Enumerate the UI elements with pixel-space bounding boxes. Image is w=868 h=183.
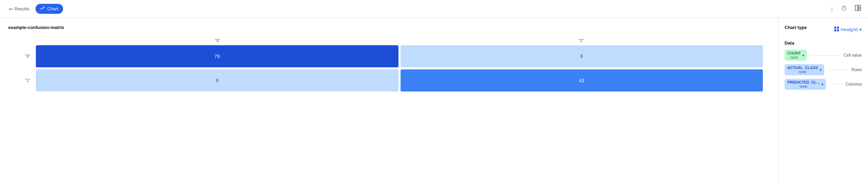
chart-title: example-confusion-matrix	[8, 25, 770, 30]
svg-rect-5	[834, 29, 836, 31]
heatgrid-container: "0" "1" "0" 79 8	[8, 38, 770, 92]
heatgrid-chevron: ▾	[859, 27, 862, 32]
divider	[828, 70, 848, 70]
download-icon: ↓	[830, 5, 834, 12]
cell-value-1-1: 43	[579, 78, 584, 83]
actual-badge-sub: none	[799, 70, 806, 74]
cell-1-1: 43	[401, 69, 763, 92]
results-label: Results	[14, 6, 29, 11]
cell-value-0-1: 8	[580, 54, 583, 59]
predicted-badge-sub: none	[800, 85, 807, 88]
data-section-title: Data	[785, 40, 862, 46]
divider	[810, 55, 840, 56]
table-row: "1" 8 43	[15, 69, 763, 92]
layout-button[interactable]	[854, 3, 862, 14]
count-badge-label: COUNTnone	[787, 51, 801, 59]
sidebar: Chart type Heatgrid ▾ Data COUNTnone	[778, 18, 868, 183]
row-label-0: "0"	[15, 54, 33, 59]
svg-rect-4	[837, 27, 839, 29]
top-bar: ↩ Results Chart ↓ ⏱	[0, 0, 868, 18]
columns-label: Columns	[846, 82, 862, 87]
actual-class-badge[interactable]: ACTUAL_CLASSnone ▾	[785, 64, 824, 75]
cell-1-0: 8	[36, 69, 398, 92]
cell-0-1: 8	[401, 45, 763, 67]
rows-label: Rows	[851, 67, 862, 72]
predicted-badge-label: PREDICTED_CL...none	[787, 80, 820, 88]
download-button[interactable]: ↓	[829, 4, 835, 14]
predicted-class-badge[interactable]: PREDICTED_CL...none ▾	[785, 79, 826, 90]
chart-type-row: Chart type Heatgrid ▾	[785, 25, 862, 34]
data-row-predicted: PREDICTED_CL...none ▾ Columns	[785, 79, 862, 90]
svg-rect-1	[858, 5, 861, 8]
chart-label: Chart	[47, 6, 58, 11]
cell-0-0: 79	[36, 45, 398, 67]
data-row-actual: ACTUAL_CLASSnone ▾ Rows	[785, 64, 862, 75]
svg-rect-3	[834, 27, 836, 29]
results-button[interactable]: ↩ Results	[6, 4, 33, 14]
cell-value-0-0: 79	[214, 54, 220, 59]
row-1-cells: 8 43	[36, 69, 763, 92]
count-chevron: ▾	[803, 54, 804, 57]
col-label-1: "1"	[400, 38, 763, 43]
svg-rect-0	[855, 5, 858, 11]
history-icon: ⏱	[841, 5, 847, 12]
heatgrid-label: Heatgrid	[841, 27, 858, 32]
top-bar-left: ↩ Results Chart	[6, 4, 63, 14]
chart-area: example-confusion-matrix "0" "1" "0" 79 …	[0, 18, 778, 183]
row-0-cells: 79 8	[36, 45, 763, 67]
cell-value-label: Cell value	[844, 53, 862, 58]
svg-rect-6	[837, 29, 839, 31]
history-button[interactable]: ⏱	[840, 4, 849, 14]
cell-value-1-0: 8	[216, 78, 219, 83]
top-bar-right: ↓ ⏱	[829, 3, 862, 14]
table-row: "0" 79 8	[15, 45, 763, 67]
layout-icon	[855, 5, 861, 13]
chart-type-label: Chart type	[785, 25, 807, 30]
main-content: example-confusion-matrix "0" "1" "0" 79 …	[0, 18, 868, 183]
predicted-chevron: ▾	[821, 83, 823, 86]
data-row-count: COUNTnone ▾ Cell value	[785, 50, 862, 61]
return-icon: ↩	[9, 6, 13, 12]
column-labels: "0" "1"	[36, 38, 763, 43]
count-badge[interactable]: COUNTnone ▾	[785, 50, 807, 61]
divider	[829, 84, 842, 85]
heatgrid-rows: "0" 79 8 "1" 8	[15, 45, 763, 92]
count-badge-sub: none	[790, 56, 798, 59]
heatgrid-selector[interactable]: Heatgrid ▾	[834, 27, 862, 32]
row-label-1: "1"	[15, 78, 33, 83]
actual-chevron: ▾	[820, 68, 821, 72]
svg-rect-2	[858, 8, 861, 11]
actual-badge-label: ACTUAL_CLASSnone	[787, 66, 818, 74]
heatgrid-icon	[834, 27, 839, 32]
chart-button[interactable]: Chart	[36, 4, 63, 14]
chart-icon	[40, 6, 45, 12]
col-label-0: "0"	[36, 38, 400, 43]
